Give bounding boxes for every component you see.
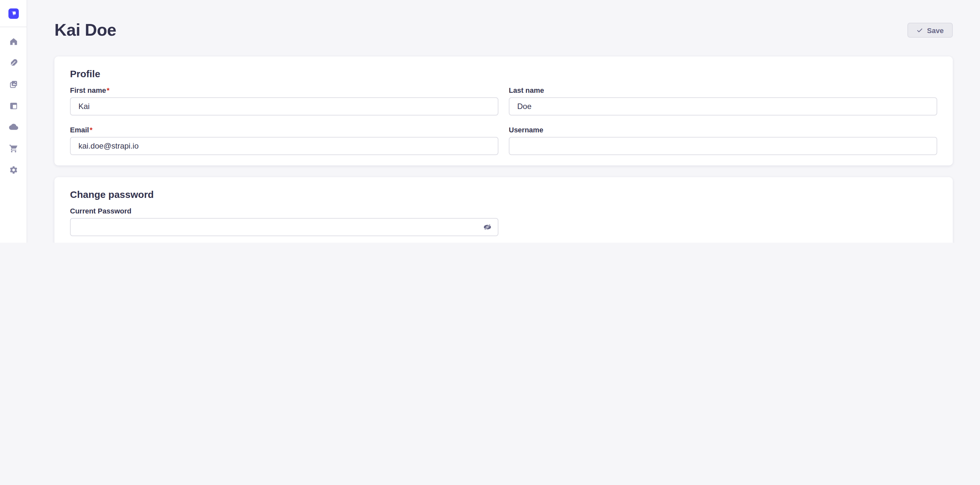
save-button[interactable]: Save <box>908 23 953 38</box>
password-form-grid: Current Password <box>70 207 937 242</box>
field-email: Email* <box>70 126 498 155</box>
layout-icon <box>9 101 18 110</box>
sidebar-item-marketplace[interactable] <box>9 144 18 153</box>
field-current-password: Current Password <box>70 207 498 236</box>
username-label: Username <box>509 126 937 134</box>
current-password-label: Current Password <box>70 207 498 215</box>
username-input[interactable] <box>509 137 937 155</box>
password-section-title: Change password <box>70 189 937 201</box>
sidebar-nav <box>0 27 27 174</box>
required-asterisk: * <box>107 86 110 94</box>
media-library-icon <box>9 80 18 89</box>
required-asterisk: * <box>90 126 93 134</box>
sidebar-item-deploy[interactable] <box>9 123 18 132</box>
first-name-label: First name* <box>70 86 498 95</box>
profile-form-grid: First name* Last name Email* Username <box>70 86 937 155</box>
email-label: Email* <box>70 126 498 134</box>
main-content: Kai Doe Save Profile First name* Last na… <box>27 0 980 242</box>
strapi-admin-app: KD Kai Doe Save Profile First name* Last… <box>0 0 980 242</box>
toggle-current-password-visibility-button[interactable] <box>483 223 492 231</box>
change-password-card: Change password Current Password <box>54 177 953 242</box>
page-header: Kai Doe Save <box>54 20 953 40</box>
sidebar-item-media-library[interactable] <box>9 80 18 89</box>
profile-card: Profile First name* Last name Email* Use… <box>54 56 953 166</box>
sidebar: KD <box>0 0 27 242</box>
eye-slash-icon <box>483 223 492 231</box>
last-name-label: Last name <box>509 86 937 95</box>
sidebar-item-content-manager[interactable] <box>9 58 18 67</box>
page-title: Kai Doe <box>54 20 116 40</box>
save-button-label: Save <box>927 26 944 34</box>
home-icon <box>9 37 18 46</box>
profile-section-title: Profile <box>70 68 937 80</box>
last-name-input[interactable] <box>509 97 937 115</box>
sidebar-item-settings[interactable] <box>9 166 18 174</box>
home-logo-link[interactable] <box>0 0 27 27</box>
feather-icon <box>9 58 18 67</box>
email-input[interactable] <box>70 137 498 155</box>
strapi-logo-icon <box>8 8 19 19</box>
field-username: Username <box>509 126 937 155</box>
first-name-input[interactable] <box>70 97 498 115</box>
current-password-input-wrap <box>70 218 498 236</box>
cloud-icon <box>9 123 18 132</box>
sidebar-item-content-type-builder[interactable] <box>9 101 18 110</box>
current-password-input[interactable] <box>70 218 498 236</box>
gear-icon <box>9 166 18 174</box>
cart-icon <box>9 144 18 153</box>
check-icon <box>917 27 923 34</box>
field-first-name: First name* <box>70 86 498 115</box>
field-last-name: Last name <box>509 86 937 115</box>
sidebar-item-home[interactable] <box>9 37 18 46</box>
